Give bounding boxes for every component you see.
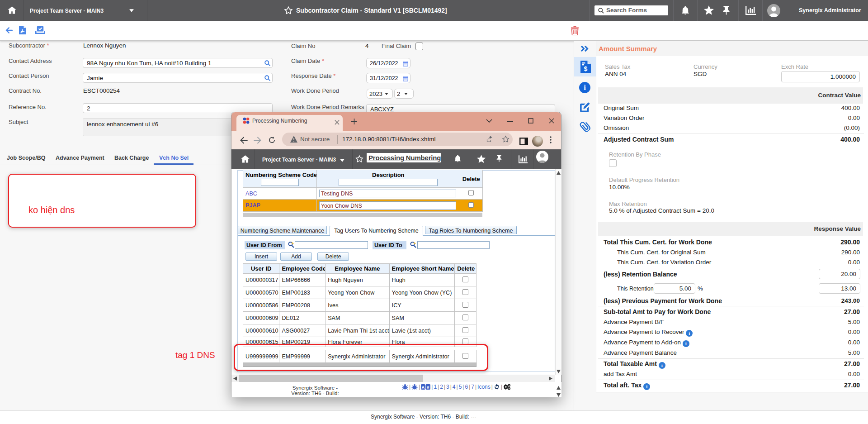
svg-text:A: A: [422, 385, 425, 390]
svg-text:$: $: [584, 65, 588, 72]
svg-text:#: #: [427, 385, 429, 390]
